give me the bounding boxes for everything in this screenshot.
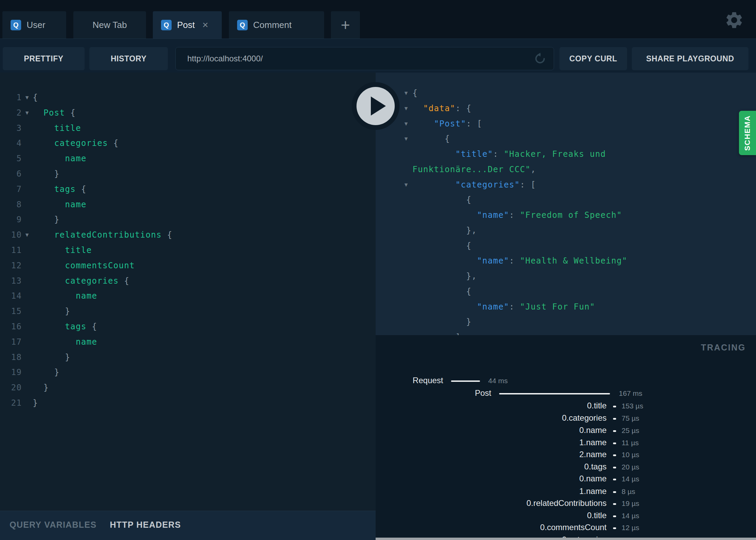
code-line: 7 tags { [0, 182, 376, 197]
response-viewer: ▾{▾ "data": {▾ "Post": [▾ { "title": "Ha… [376, 73, 756, 335]
code-text: { [412, 284, 471, 299]
bottom-bar: QUERY VARIABLES HTTP HEADERS [0, 511, 376, 540]
code-line: 1▾{ [0, 90, 376, 105]
trace-value: 153 µs [622, 402, 643, 410]
trace-row: 1.name8 µs [376, 486, 756, 497]
code-line: } [376, 314, 756, 330]
code-text: } [33, 166, 60, 182]
reload-icon[interactable] [534, 52, 546, 65]
trace-duration-bar [613, 527, 616, 529]
code-line: 11 title [0, 243, 376, 258]
trace-row: 0.name25 µs [376, 425, 756, 436]
trace-row: 2.name10 µs [376, 450, 756, 461]
trace-row: 0.relatedContributions19 µs [376, 498, 756, 509]
trace-duration-bar [613, 418, 616, 420]
tab-comment[interactable]: QComment [229, 11, 324, 39]
horizontal-scrollbar[interactable] [376, 538, 756, 540]
tab-new-tab[interactable]: New Tab [73, 11, 146, 39]
code-line: 5 name [0, 151, 376, 166]
line-number: 16 [0, 319, 22, 334]
http-headers-tab[interactable]: HTTP HEADERS [110, 520, 181, 530]
schema-side-tab[interactable]: SCHEMA [739, 111, 756, 155]
line-number: 5 [0, 151, 22, 166]
fold-arrow-icon[interactable]: ▾ [402, 177, 410, 192]
trace-label: 1.name [579, 438, 607, 447]
settings-gear-icon[interactable] [724, 10, 744, 30]
trace-row: 0.name14 µs [376, 474, 756, 485]
line-number: 9 [0, 212, 22, 227]
fold-arrow-icon[interactable]: ▾ [402, 85, 410, 101]
copy-curl-button[interactable]: COPY CURL [559, 47, 627, 70]
code-text: Funktionäre...Der CCC", [412, 162, 536, 177]
fold-arrow-icon[interactable]: ▾ [23, 227, 31, 242]
trace-label: 0.name [579, 425, 607, 435]
code-line: ] [376, 330, 756, 335]
new-tab-button[interactable]: + [331, 11, 360, 39]
query-tab-badge: Q [161, 20, 172, 30]
trace-label: Post [475, 388, 491, 398]
trace-value: 75 µs [622, 414, 639, 422]
code-text: name [33, 151, 87, 166]
trace-label: 0.relatedContributions [526, 498, 607, 508]
code-line: 19 } [0, 365, 376, 380]
code-text: { [412, 86, 418, 101]
trace-duration-bar [613, 515, 616, 517]
code-text: title [33, 121, 81, 136]
code-line: ▾ "Post": [ [376, 116, 756, 132]
trace-duration-bar [613, 479, 616, 480]
fold-arrow-icon[interactable]: ▾ [402, 116, 410, 131]
code-text: { [412, 192, 471, 208]
trace-label: Request [413, 376, 443, 385]
history-button[interactable]: HISTORY [89, 47, 168, 70]
fold-arrow-icon[interactable]: ▾ [402, 131, 410, 146]
prettify-button[interactable]: PRETTIFY [3, 47, 85, 70]
code-text: "data": { [412, 101, 471, 116]
code-line: "name": "Health & Wellbeing" [376, 253, 756, 269]
tab-label: User [27, 20, 45, 30]
line-number: 12 [0, 258, 22, 273]
trace-value: 44 ms [488, 377, 508, 385]
graphql-playground-window: QUserNew TabQPost×QComment + PRETTIFY HI… [0, 0, 756, 540]
query-tab-badge: Q [237, 20, 248, 30]
fold-arrow-icon[interactable]: ▾ [23, 90, 31, 105]
code-line: 6 } [0, 166, 376, 182]
endpoint-url-bar [175, 47, 554, 70]
trace-label: 0.title [587, 511, 607, 520]
code-text: commentsCount [33, 258, 135, 273]
code-line: 16 tags { [0, 319, 376, 334]
query-variables-tab[interactable]: QUERY VARIABLES [10, 520, 97, 530]
share-playground-button[interactable]: SHARE PLAYGROUND [632, 47, 748, 70]
query-editor[interactable]: 1▾{2▾ Post {3 title4 categories {5 name6… [0, 73, 376, 511]
fold-arrow-icon[interactable]: ▾ [23, 105, 31, 120]
trace-value: 25 µs [622, 426, 639, 435]
code-line: }, [376, 223, 756, 238]
trace-value: 167 ms [619, 389, 642, 397]
trace-duration-bar [613, 491, 616, 493]
tracing-title: TRACING [701, 343, 746, 352]
tab-close-icon[interactable]: × [202, 20, 208, 30]
trace-duration-bar [613, 454, 616, 456]
line-number: 15 [0, 304, 22, 319]
code-text: tags { [33, 319, 97, 334]
endpoint-url-input[interactable] [176, 54, 534, 63]
tab-label: Post [177, 20, 195, 30]
tab-post[interactable]: QPost× [153, 11, 222, 39]
code-text: "name": "Freedom of Speech" [412, 208, 622, 223]
code-line: 17 name [0, 334, 376, 350]
code-line: ▾{ [376, 86, 756, 101]
line-number: 11 [0, 243, 22, 258]
trace-label: 0.commentsCount [540, 523, 607, 532]
trace-duration-bar [613, 430, 616, 432]
trace-value: 8 µs [622, 487, 635, 496]
trace-label: 0.tags [584, 462, 607, 471]
execute-query-button[interactable] [352, 82, 399, 130]
code-text: Post { [33, 105, 76, 121]
trace-value: 11 µs [622, 439, 639, 447]
trace-duration-bar [613, 442, 616, 444]
code-text: name [33, 288, 97, 304]
tab-user[interactable]: QUser [2, 11, 66, 39]
trace-value: 14 µs [622, 512, 639, 520]
fold-arrow-icon[interactable]: ▾ [402, 101, 410, 116]
code-line: 21} [0, 395, 376, 411]
code-line: }, [376, 269, 756, 284]
